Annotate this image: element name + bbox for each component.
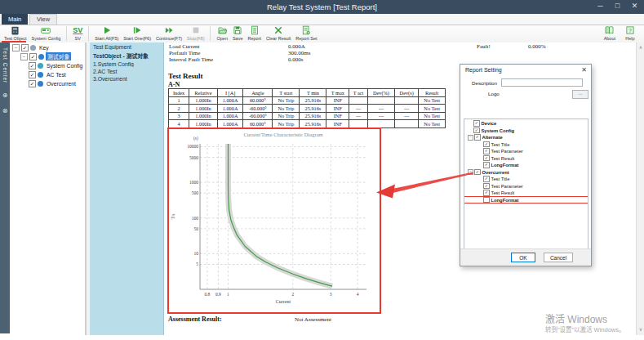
report-section-test-result[interactable]: ✓Test Result (464, 155, 588, 161)
table-cell: INF (326, 120, 349, 128)
checkbox-checked[interactable]: ✓ (483, 190, 490, 196)
ok-button[interactable]: OK (511, 253, 535, 262)
close-circle-icon[interactable]: ⊗ (0, 107, 10, 114)
toolbar-item-label: About (604, 36, 615, 41)
toolbar-item-report[interactable]: Report (246, 25, 264, 41)
toolbar-right: About?Help (602, 25, 637, 41)
checkbox-checked[interactable]: ✓ (483, 155, 490, 162)
checkbox-checked[interactable]: ✓ (29, 62, 36, 69)
toolbar-separator (210, 26, 211, 41)
report-section-longformat[interactable]: LongFormat (464, 197, 588, 203)
tree-item-ac-test[interactable]: ✓AC Test (10, 70, 85, 78)
toolbar-item-help[interactable]: ?Help (623, 25, 637, 41)
toolbar-item-system-config[interactable]: System Config (29, 25, 64, 41)
checkbox-checked[interactable]: ✓ (473, 120, 480, 127)
clear-result-icon (273, 25, 283, 35)
column-header-relative: Relative (189, 89, 218, 97)
checkbox-checked[interactable]: ✓ (473, 128, 480, 134)
checkbox-checked[interactable]: ✓ (483, 141, 490, 148)
collapse-icon[interactable]: − (12, 44, 20, 51)
windows-activation-watermark: 激活 Windows (545, 311, 607, 325)
overview-item-2-ac-test[interactable]: 2.AC Test (90, 67, 163, 74)
table-cell: 1.000In (189, 105, 218, 113)
checkbox-checked[interactable]: ✓ (474, 134, 481, 141)
table-cell: 60.000° (243, 120, 273, 128)
svg-text:1: 1 (227, 292, 229, 297)
dialog-close-icon[interactable]: ✕ (581, 66, 587, 74)
table-cell: --- (349, 105, 368, 113)
scroll-up-icon[interactable]: ∧ (637, 44, 644, 50)
maximize-button[interactable]: □ (613, 2, 622, 10)
toolbar-item-test-object[interactable]: Test Object (2, 25, 29, 41)
minimize-button[interactable]: ─ (596, 2, 605, 10)
toolbar-item-continue-f7[interactable]: Continue(F7) (153, 25, 184, 41)
table-cell: 2 (169, 105, 189, 113)
checkbox-checked[interactable]: ✓ (483, 148, 490, 154)
toolbar-item-clear-result[interactable]: Clear Result (264, 25, 293, 41)
table-cell: 25.916s (300, 112, 326, 120)
side-rail-label[interactable]: Test Center (2, 47, 8, 83)
tab-main[interactable]: Main (2, 14, 28, 25)
status-label-interval-fault-time: Interval Fault Time (169, 56, 213, 63)
cancel-button[interactable]: Cancel (544, 253, 573, 262)
overview-item-test-equipment[interactable]: Test Equipment (90, 42, 163, 50)
plus-circle-icon[interactable]: ⊕ (0, 92, 10, 99)
scroll-down-icon[interactable]: ∨ (637, 326, 644, 332)
svg-text:?: ? (628, 28, 632, 34)
toolbar-separator (66, 26, 67, 41)
toolbar-item-label: Start All(F5) (95, 36, 118, 41)
toolbar-item-open[interactable]: Open (214, 25, 229, 41)
table-cell: -60.000° (243, 105, 273, 113)
overview-item-testobject[interactable]: TestObject - 测试对象 (90, 50, 163, 60)
description-input[interactable] (501, 78, 583, 87)
collapse-icon[interactable]: − (468, 169, 473, 175)
checkbox-checked[interactable]: ✓ (483, 183, 490, 190)
test-item-icon (38, 81, 43, 87)
report-sections-tree: ✓Device✓System Config−✓Alternate✓Test Ti… (464, 119, 588, 250)
table-cell: INF (326, 96, 349, 105)
checkbox-checked[interactable]: ✓ (483, 176, 490, 182)
overview-item-3-overcurrent[interactable]: 3.Overcurrent (90, 74, 163, 82)
checkbox-checked[interactable]: ✓ (29, 53, 37, 60)
logo-browse-button[interactable]: ... (572, 90, 588, 99)
checkbox-unchecked[interactable] (483, 197, 490, 204)
save-icon (233, 25, 242, 35)
report-section-test-parameter[interactable]: ✓Test Parameter (464, 149, 588, 154)
checkbox-checked[interactable]: ✓ (483, 162, 490, 168)
report-section-test-parameter[interactable]: ✓Test Parameter (464, 183, 588, 189)
tree-item-overcurrent[interactable]: ✓Overcurrent (10, 79, 85, 87)
toolbar-item-save[interactable]: Save (230, 25, 246, 41)
description-label: Description (472, 80, 497, 86)
tree-item-system-config[interactable]: ✓System Config (10, 61, 85, 69)
report-section-longformat[interactable]: ✓LongFormat (464, 163, 588, 168)
table-cell: 1.000In (189, 96, 218, 105)
checkbox-checked[interactable]: ✓ (474, 169, 481, 176)
collapse-icon[interactable]: − (468, 135, 473, 141)
report-section-test-result[interactable]: ✓Test Result (464, 190, 588, 196)
report-section-alternate[interactable]: −✓Alternate (464, 135, 588, 141)
close-button[interactable]: ✕ (630, 2, 639, 10)
tab-view[interactable]: View (29, 14, 57, 25)
ribbon-tab-bar: Main View (0, 14, 644, 25)
report-section-test-title[interactable]: ✓Test Title (464, 177, 588, 182)
toolbar-item-label: Clear Result (266, 36, 291, 41)
toolbar-item-sv[interactable]: SVSV (70, 25, 85, 41)
test-result-table: IndexRelativeI [A]AngleT startT minT max… (168, 88, 446, 128)
vertical-scrollbar[interactable]: ∧ ∨ (636, 42, 644, 335)
tree-item-[interactable]: −✓测试对象 (10, 52, 85, 60)
report-section-test-title[interactable]: ✓Test Title (464, 141, 588, 147)
report-section-device[interactable]: ✓Device (464, 121, 588, 127)
toolbar-item-report-set[interactable]: Report Set (293, 25, 319, 41)
report-section-system-config[interactable]: ✓System Config (464, 128, 588, 133)
tree-root-key[interactable]: −✓Key (10, 43, 85, 51)
report-section-overcurrent[interactable]: −✓Overcurrent (464, 169, 588, 175)
collapse-icon[interactable]: − (20, 53, 28, 60)
checkbox-checked[interactable]: ✓ (29, 71, 36, 78)
overview-item-1-system-config[interactable]: 1.System Config (90, 60, 163, 67)
toolbar-item-start-one-f6[interactable]: Start One(F6) (121, 25, 153, 41)
checkbox-checked[interactable]: ✓ (29, 80, 36, 87)
toolbar-item-start-all-f5[interactable]: Start All(F5) (92, 25, 121, 41)
svg-text:5000: 5000 (189, 155, 198, 160)
checkbox-checked[interactable]: ✓ (21, 44, 29, 51)
toolbar-item-about[interactable]: About (602, 25, 618, 41)
